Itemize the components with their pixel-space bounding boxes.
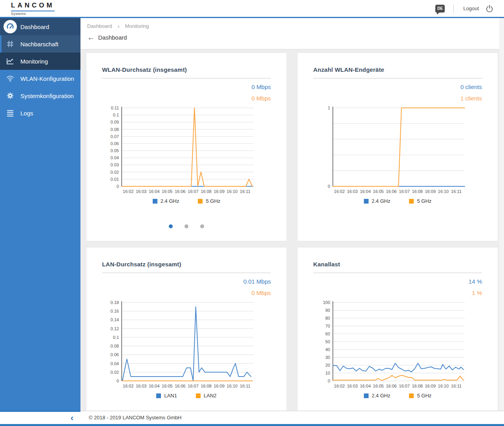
sidebar-item-monitoring[interactable]: Monitoring (0, 53, 80, 70)
card-lan-durchsatz: LAN-Durchsatz (insgesamt) 0.01 Mbps 0 Mb… (86, 248, 287, 411)
svg-text:16:05: 16:05 (162, 189, 173, 194)
svg-text:0.09: 0.09 (111, 120, 119, 124)
brand-subtitle: Systems (11, 12, 55, 16)
card-divider (102, 273, 271, 273)
legend-label: 5 GHz (206, 198, 220, 204)
value-2-4ghz: 14 % (313, 278, 482, 285)
svg-text:0.06: 0.06 (111, 352, 119, 357)
svg-text:0.1: 0.1 (113, 113, 119, 117)
svg-text:16:05: 16:05 (373, 189, 384, 194)
value-lan2: 0 Mbps (102, 289, 271, 296)
page-title: Dashboard (98, 34, 127, 41)
legend-label: 2.4 GHz (372, 393, 391, 399)
carousel-dots (102, 224, 271, 228)
svg-text:16:09: 16:09 (214, 384, 225, 388)
card-values: 0 clients 1 clients (313, 84, 482, 102)
legend-swatch-orange (409, 199, 414, 204)
logout-button[interactable]: Logout (463, 5, 479, 11)
svg-text:0.18: 0.18 (111, 300, 119, 305)
lancom-logo: LANCOM Systems (11, 2, 55, 16)
svg-text:16:11: 16:11 (240, 384, 250, 388)
carousel-dot[interactable] (169, 224, 173, 228)
legend-item: 2.4 GHz (364, 393, 391, 399)
card-values: 0 Mbps 0 Mbps (102, 84, 271, 102)
legend-label: 5 GHz (417, 198, 431, 204)
svg-text:16:03: 16:03 (136, 189, 147, 194)
svg-text:16:10: 16:10 (227, 384, 238, 388)
brand-name: LANCOM (11, 2, 55, 11)
sidebar-item-nachbarschaft[interactable]: Nachbarschaft (0, 35, 80, 53)
svg-text:0: 0 (328, 379, 330, 383)
legend-item: 2.4 GHz (153, 198, 179, 204)
sidebar-item-dashboard[interactable]: Dashboard (0, 18, 80, 35)
kanallast-chart: 010203040506070809010016:0216:0316:0416:… (313, 299, 482, 390)
svg-text:1: 1 (328, 106, 330, 110)
svg-text:70: 70 (325, 324, 330, 328)
svg-text:16:04: 16:04 (149, 384, 160, 388)
dashboard-cards-grid: WLAN-Durchsatz (insgesamt) 0 Mbps 0 Mbps… (80, 49, 504, 411)
svg-text:16:06: 16:06 (175, 384, 186, 388)
svg-text:0.02: 0.02 (111, 170, 119, 175)
legend-label: LAN2 (204, 393, 217, 399)
card-values: 14 % 1 % (313, 278, 482, 296)
power-icon[interactable] (485, 4, 494, 13)
card-title: WLAN-Durchsatz (insgesamt) (102, 66, 271, 73)
chart-legend: 2.4 GHz 5 GHz (313, 393, 482, 399)
top-header: LANCOM Systems DE Logout (0, 0, 504, 18)
svg-text:50: 50 (325, 339, 330, 344)
card-values: 0.01 Mbps 0 Mbps (102, 278, 271, 296)
wlan-durchsatz-chart: 00.010.020.030.040.050.060.070.080.090.1… (102, 105, 271, 196)
svg-text:30: 30 (325, 355, 330, 360)
carousel-dot[interactable] (200, 224, 204, 228)
svg-text:16:06: 16:06 (175, 189, 186, 194)
gear-icon (0, 92, 20, 100)
back-arrow-icon[interactable]: ← (87, 33, 98, 42)
sidebar-item-systemkonfiguration[interactable]: Systemkonfiguration (0, 87, 80, 104)
svg-text:16:09: 16:09 (425, 384, 436, 388)
scrollbar[interactable] (499, 18, 504, 411)
card-title: Kanallast (313, 261, 482, 268)
card-divider (313, 78, 482, 78)
sidebar-item-label: Nachbarschaft (20, 41, 58, 47)
gauge-icon (0, 20, 20, 33)
sidebar-item-wlan-konfiguration[interactable]: WLAN-Konfiguration (0, 70, 80, 87)
svg-text:16:02: 16:02 (334, 189, 345, 194)
header-divider (453, 4, 454, 13)
svg-text:16:04: 16:04 (149, 189, 160, 194)
sidebar-nav: Dashboard Nachbarschaft Monitoring (0, 18, 80, 411)
svg-text:16:07: 16:07 (188, 189, 199, 194)
breadcrumb-item-monitoring[interactable]: Monitoring (125, 23, 149, 29)
card-kanallast: Kanallast 14 % 1 % 010203040506070809010… (298, 248, 498, 411)
sidebar-item-label: Systemkonfiguration (20, 93, 74, 99)
card-title: LAN-Durchsatz (insgesamt) (102, 261, 271, 268)
sidebar-item-logs[interactable]: Logs (0, 104, 80, 122)
lan-durchsatz-chart: 00.020.040.060.080.10.120.140.160.1816:0… (102, 299, 271, 390)
language-badge[interactable]: DE (435, 5, 445, 13)
svg-text:16:02: 16:02 (334, 384, 345, 388)
carousel-dot[interactable] (184, 224, 188, 228)
svg-text:0.08: 0.08 (111, 127, 119, 132)
svg-text:100: 100 (323, 300, 330, 305)
svg-text:16:08: 16:08 (201, 384, 212, 388)
value-lan1: 0.01 Mbps (102, 278, 271, 285)
app-window: LANCOM Systems DE Logout (0, 0, 504, 426)
value-5ghz: 0 Mbps (102, 95, 271, 102)
wlan-clients-chart: 0116:0216:0316:0416:0516:0616:0716:0816:… (313, 105, 482, 196)
legend-swatch-orange (198, 199, 203, 204)
svg-text:16:03: 16:03 (347, 384, 358, 388)
value-5ghz: 1 % (313, 289, 482, 296)
svg-text:20: 20 (325, 363, 330, 368)
svg-text:60: 60 (325, 331, 330, 336)
legend-label: 2.4 GHz (161, 198, 179, 204)
bottom-accent-strip (0, 424, 504, 426)
svg-text:80: 80 (325, 316, 330, 320)
svg-text:0.11: 0.11 (111, 106, 119, 110)
sidebar-collapse-button[interactable]: ‹ (71, 413, 80, 424)
svg-text:16:05: 16:05 (373, 384, 384, 388)
svg-text:16:08: 16:08 (201, 189, 212, 194)
card-divider (313, 273, 482, 273)
breadcrumb-item-dashboard[interactable]: Dashboard (87, 23, 112, 29)
svg-text:0.1: 0.1 (113, 335, 119, 340)
svg-text:16:06: 16:06 (386, 384, 397, 388)
card-anzahl-wlan-endgeraete: Anzahl WLAN-Endgeräte 0 clients 1 client… (298, 53, 498, 241)
